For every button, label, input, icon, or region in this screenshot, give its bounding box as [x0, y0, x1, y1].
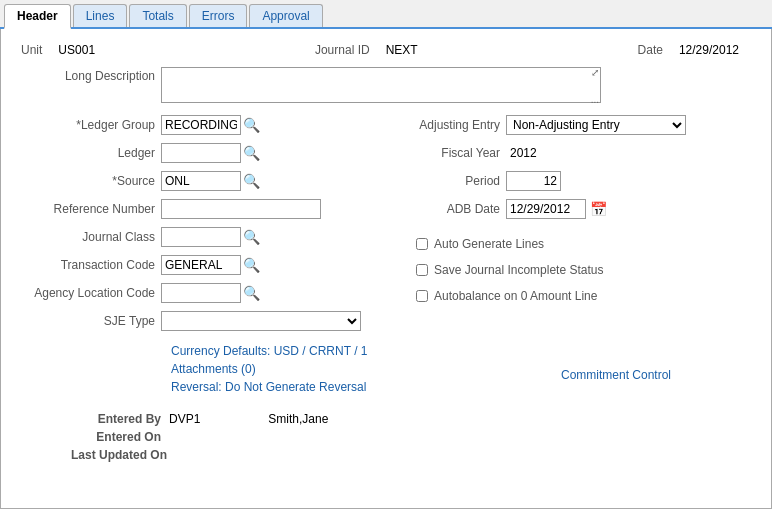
last-updated-label: Last Updated On	[71, 448, 167, 462]
adb-date-row: ADB Date 📅	[396, 198, 751, 220]
save-incomplete-checkbox[interactable]	[416, 264, 428, 276]
entered-on-row: Entered On	[71, 430, 751, 444]
ledger-input[interactable]	[161, 143, 241, 163]
links-area: Currency Defaults: USD / CRRNT / 1 Attac…	[11, 336, 761, 398]
fiscal-year-row: Fiscal Year 2012	[396, 142, 751, 164]
period-input[interactable]	[506, 171, 561, 191]
journal-id-label: Journal ID	[315, 43, 370, 57]
checkboxes-section: Auto Generate Lines Save Journal Incompl…	[416, 226, 751, 306]
source-input[interactable]	[161, 171, 241, 191]
right-column: Adjusting Entry Non-Adjusting Entry Adju…	[396, 114, 751, 332]
adb-date-label: ADB Date	[396, 202, 506, 216]
ledger-group-input[interactable]: RECORDING	[161, 115, 241, 135]
reversal-link[interactable]: Reversal: Do Not Generate Reversal	[171, 380, 368, 394]
fiscal-year-label: Fiscal Year	[396, 146, 506, 160]
commitment-control-link[interactable]: Commitment Control	[561, 368, 671, 382]
tab-totals[interactable]: Totals	[129, 4, 186, 27]
journal-class-input[interactable]	[161, 227, 241, 247]
ledger-search-button[interactable]: 🔍	[241, 145, 262, 161]
auto-generate-checkbox[interactable]	[416, 238, 428, 250]
date-label: Date	[638, 43, 663, 57]
agency-location-label: Agency Location Code	[21, 286, 161, 300]
adjusting-entry-label: Adjusting Entry	[396, 118, 506, 132]
tab-bar: Header Lines Totals Errors Approval	[0, 0, 772, 29]
auto-generate-row: Auto Generate Lines	[416, 237, 751, 251]
journal-class-search-button[interactable]: 🔍	[241, 229, 262, 245]
last-updated-row: Last Updated On	[71, 448, 751, 462]
fiscal-year-value: 2012	[506, 146, 537, 160]
tab-lines[interactable]: Lines	[73, 4, 128, 27]
entered-by-value: DVP1	[169, 412, 200, 426]
source-label: *Source	[21, 174, 161, 188]
more-icon[interactable]: ...	[589, 93, 601, 106]
currency-defaults-link[interactable]: Currency Defaults: USD / CRRNT / 1	[171, 344, 368, 358]
unit-label: Unit	[21, 43, 42, 57]
expand-icon[interactable]: ⤢	[589, 67, 601, 79]
attachments-link[interactable]: Attachments (0)	[171, 362, 368, 376]
top-info-bar: Unit US001 Journal ID NEXT Date 12/29/20…	[11, 37, 761, 63]
autobalance-row: Autobalance on 0 Amount Line	[416, 289, 751, 303]
source-search-button[interactable]: 🔍	[241, 173, 262, 189]
adb-date-input[interactable]	[506, 199, 586, 219]
ledger-label: Ledger	[21, 146, 161, 160]
unit-value: US001	[58, 43, 95, 57]
transaction-code-row: Transaction Code 🔍	[21, 254, 376, 276]
journal-class-row: Journal Class 🔍	[21, 226, 376, 248]
long-description-label: Long Description	[21, 67, 161, 83]
agency-location-row: Agency Location Code 🔍	[21, 282, 376, 304]
sje-type-row: SJE Type Option 1 Option 2	[21, 310, 376, 332]
journal-class-label: Journal Class	[21, 230, 161, 244]
transaction-code-label: Transaction Code	[21, 258, 161, 272]
agency-location-input[interactable]	[161, 283, 241, 303]
transaction-code-search-button[interactable]: 🔍	[241, 257, 262, 273]
save-incomplete-label: Save Journal Incomplete Status	[434, 263, 603, 277]
long-description-wrapper: ⤢ ...	[161, 67, 601, 106]
tab-errors[interactable]: Errors	[189, 4, 248, 27]
auto-generate-label: Auto Generate Lines	[434, 237, 544, 251]
long-description-row: Long Description ⤢ ...	[11, 63, 761, 110]
ledger-row: Ledger 🔍	[21, 142, 376, 164]
tab-header[interactable]: Header	[4, 4, 71, 29]
form-section: *Ledger Group RECORDING 🔍 Ledger 🔍 *Sour…	[11, 110, 761, 336]
left-column: *Ledger Group RECORDING 🔍 Ledger 🔍 *Sour…	[21, 114, 376, 332]
agency-location-search-button[interactable]: 🔍	[241, 285, 262, 301]
adb-date-wrapper: 📅	[506, 199, 607, 219]
source-row: *Source 🔍	[21, 170, 376, 192]
autobalance-label: Autobalance on 0 Amount Line	[434, 289, 597, 303]
adjusting-entry-select[interactable]: Non-Adjusting Entry Adjusting Entry	[506, 115, 686, 135]
entered-by-name: Smith,Jane	[268, 412, 328, 426]
period-label: Period	[396, 174, 506, 188]
sje-type-select[interactable]: Option 1 Option 2	[161, 311, 361, 331]
period-row: Period	[396, 170, 751, 192]
adjusting-entry-row: Adjusting Entry Non-Adjusting Entry Adju…	[396, 114, 751, 136]
reference-number-label: Reference Number	[21, 202, 161, 216]
calendar-icon[interactable]: 📅	[590, 201, 607, 217]
ledger-group-row: *Ledger Group RECORDING 🔍	[21, 114, 376, 136]
save-incomplete-row: Save Journal Incomplete Status	[416, 263, 751, 277]
transaction-code-input[interactable]	[161, 255, 241, 275]
entered-by-label: Entered By	[71, 412, 161, 426]
left-links: Currency Defaults: USD / CRRNT / 1 Attac…	[21, 340, 378, 398]
main-content: Unit US001 Journal ID NEXT Date 12/29/20…	[0, 29, 772, 509]
autobalance-checkbox[interactable]	[416, 290, 428, 302]
tab-approval[interactable]: Approval	[249, 4, 322, 27]
date-value: 12/29/2012	[679, 43, 739, 57]
long-description-input[interactable]	[161, 67, 601, 103]
ledger-group-search-button[interactable]: 🔍	[241, 117, 262, 133]
reference-number-row: Reference Number	[21, 198, 376, 220]
right-links: Commitment Control	[561, 340, 751, 398]
entered-on-label: Entered On	[71, 430, 161, 444]
entered-by-section: Entered By DVP1 Smith,Jane Entered On La…	[11, 406, 761, 468]
entered-by-row: Entered By DVP1 Smith,Jane	[71, 412, 751, 426]
sje-type-label: SJE Type	[21, 314, 161, 328]
reference-number-input[interactable]	[161, 199, 321, 219]
ledger-group-label: *Ledger Group	[21, 118, 161, 132]
journal-id-value: NEXT	[386, 43, 418, 57]
